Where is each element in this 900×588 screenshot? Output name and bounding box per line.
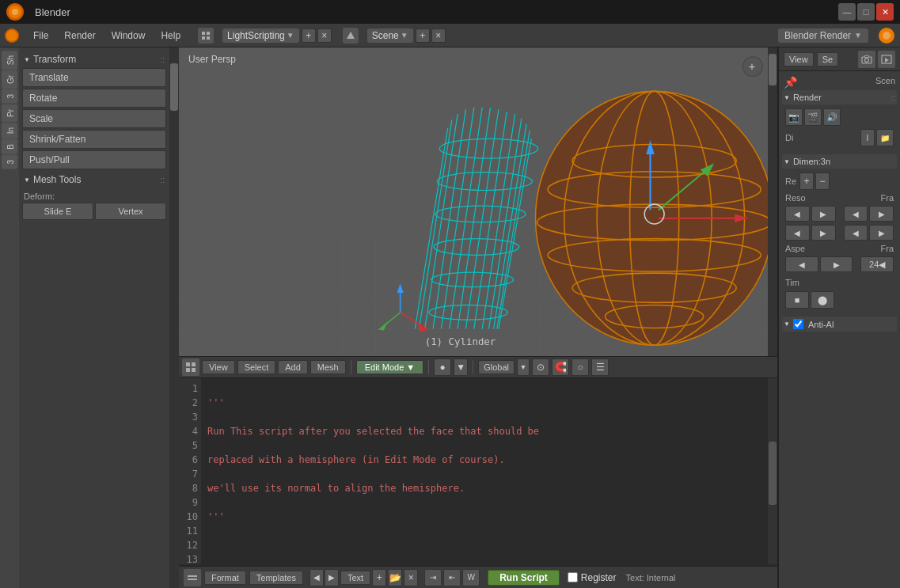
text-close-button[interactable]: × [404, 569, 418, 586]
workspace-selector[interactable]: LightScripting ▼ [222, 28, 299, 43]
text-next-button[interactable]: ▶ [325, 569, 339, 586]
mesh-tools-header[interactable]: ▼ Mesh Tools :: [22, 171, 166, 188]
workspace-add-button[interactable]: + [302, 28, 316, 43]
slide-e-button[interactable]: Slide E [22, 203, 93, 220]
code-scrollbar[interactable] [768, 378, 777, 564]
side-tab-3b[interactable]: 3 [2, 155, 17, 169]
render-section-header[interactable]: ▼ Render :: [782, 90, 897, 104]
fra-right-btn[interactable]: ▶ [869, 206, 894, 222]
text-prev-button[interactable]: ◀ [309, 569, 324, 586]
anti-alias-header[interactable]: ▼ Anti-Al [782, 317, 897, 332]
menu-help[interactable]: Help [154, 28, 187, 44]
snap-icon[interactable]: 🧲 [552, 358, 569, 376]
indent-button[interactable]: ⇥ [424, 569, 442, 586]
templates-button[interactable]: Templates [249, 571, 303, 585]
mesh-button[interactable]: Mesh [310, 360, 346, 374]
register-checkbox[interactable] [568, 572, 578, 582]
rotate-button[interactable]: Rotate [22, 89, 166, 108]
scale-button[interactable]: Scale [22, 109, 166, 128]
minimize-button[interactable]: — [838, 3, 856, 21]
fra-left2-btn[interactable]: ◀ [844, 225, 868, 241]
tim-icon-1[interactable]: ■ [785, 291, 809, 309]
side-tab-in[interactable]: In [2, 123, 17, 138]
code-text-area[interactable]: ''' Run This script after you selected t… [201, 378, 768, 564]
aspe-right-btn[interactable]: ▶ [820, 256, 853, 272]
menu-window[interactable]: Window [105, 28, 152, 44]
aspe-left-btn[interactable]: ◀ [785, 256, 818, 272]
fra-left-btn[interactable]: ◀ [844, 206, 868, 222]
pivot-icon[interactable]: ⊙ [532, 358, 549, 376]
menu-file[interactable]: File [27, 28, 55, 44]
reso-right-btn[interactable]: ▶ [811, 206, 836, 222]
pin-icon[interactable]: 📌 [784, 76, 797, 89]
wrap-button[interactable]: W [462, 569, 480, 586]
scene-selector[interactable]: Scene ▼ [367, 28, 413, 43]
maximize-button[interactable]: □ [857, 3, 875, 21]
viewport-scrollbar[interactable] [768, 47, 777, 356]
fra-right2-btn[interactable]: ▶ [869, 225, 894, 241]
proportional-icon[interactable]: ○ [572, 358, 589, 376]
side-tab-b[interactable]: B [2, 139, 17, 154]
right-icons [858, 51, 895, 68]
menu-render[interactable]: Render [58, 28, 101, 44]
right-view-button[interactable]: View [784, 52, 814, 66]
left-scrollbar[interactable] [169, 47, 179, 588]
run-script-button[interactable]: Run Script [488, 570, 560, 586]
edit-mode-button[interactable]: Edit Mode ▼ [356, 360, 423, 374]
render-i-btn[interactable]: I [860, 129, 875, 146]
frame-value[interactable]: 24◀ [860, 256, 894, 272]
re-remove-btn[interactable]: − [815, 173, 830, 190]
scene-add-button[interactable]: + [416, 28, 430, 43]
main-layout: Sh Gr 3 Pr In B 3 ▼ Transform :: Transla… [0, 47, 900, 588]
push-pull-button[interactable]: Push/Pull [22, 150, 166, 169]
right-render-icon[interactable] [878, 51, 895, 68]
global-dropdown[interactable]: ▼ [517, 358, 530, 376]
render-sound-icon[interactable]: 🔊 [823, 108, 841, 126]
view-settings-icon[interactable]: ☰ [591, 358, 609, 376]
editor-type-button[interactable] [182, 358, 199, 376]
view-button[interactable]: View [202, 360, 235, 374]
render-engine-selector[interactable]: Blender Render ▼ [778, 28, 868, 43]
reso-left2-btn[interactable]: ◀ [785, 225, 810, 241]
render-cam-icon[interactable]: 📷 [785, 108, 803, 126]
3d-viewport[interactable]: User Persp [179, 47, 777, 356]
right-se-button[interactable]: Se [817, 52, 838, 66]
fra-label1: Fra [881, 193, 894, 203]
shrink-fatten-button[interactable]: Shrink/Fatten [22, 130, 166, 149]
unindent-button[interactable]: ⇤ [443, 569, 461, 586]
dimension-header[interactable]: ▼ Dimen:3n [782, 154, 897, 169]
workspace-remove-button[interactable]: × [317, 28, 332, 43]
vertex-button[interactable]: Vertex [95, 203, 166, 220]
line-num-7: 7 [182, 467, 198, 481]
translate-button[interactable]: Translate [22, 68, 166, 87]
side-tab-3a[interactable]: 3 [2, 89, 17, 104]
close-button[interactable]: ✕ [876, 3, 894, 21]
text-add-button[interactable]: + [372, 569, 386, 586]
tim-icon-2[interactable]: ⬤ [811, 291, 834, 309]
side-tab-gr[interactable]: Gr [2, 70, 17, 89]
add-button[interactable]: Add [278, 360, 308, 374]
text-name-field[interactable]: Text [340, 571, 370, 585]
render-folder-btn[interactable]: 📁 [876, 129, 894, 146]
reso-left-btn[interactable]: ◀ [785, 206, 810, 222]
text-open-button[interactable]: 📂 [388, 569, 402, 586]
text-file-area: ◀ ▶ Text + 📂 × [309, 569, 418, 586]
side-tabs: Sh Gr 3 Pr In B 3 [0, 47, 19, 588]
right-camera-icon[interactable] [858, 51, 875, 68]
select-button[interactable]: Select [237, 360, 276, 374]
side-tab-sh[interactable]: Sh [2, 51, 17, 70]
global-button[interactable]: Global [478, 360, 515, 374]
anti-alias-checkbox[interactable] [793, 319, 803, 329]
reso-right2-btn[interactable]: ▶ [811, 225, 836, 241]
bottom-editor-type[interactable] [184, 569, 201, 586]
side-tab-pr[interactable]: Pr [2, 104, 17, 122]
shading-option-1[interactable]: ▼ [454, 358, 468, 376]
scene-remove-button[interactable]: × [431, 28, 446, 43]
re-add-btn[interactable]: + [799, 173, 814, 190]
aspe-nav-row: ◀ ▶ 24◀ [782, 255, 897, 274]
solid-shading-button[interactable]: ● [434, 358, 451, 376]
transform-header[interactable]: ▼ Transform :: [22, 51, 166, 68]
render-anim-icon[interactable]: 🎬 [804, 108, 822, 126]
workspace-icon[interactable] [198, 28, 214, 44]
format-button[interactable]: Format [204, 571, 246, 585]
